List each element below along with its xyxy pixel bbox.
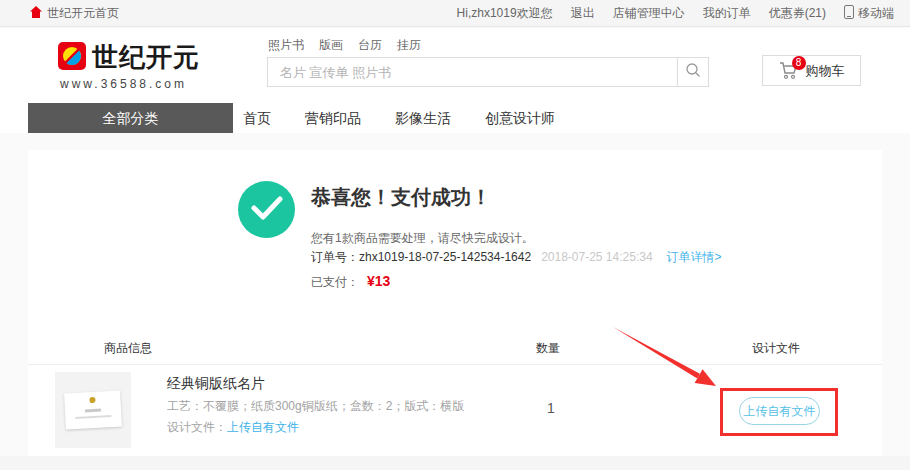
hot-link-desk-calendar[interactable]: 台历 xyxy=(358,37,382,54)
order-info-line: 订单号： zhx1019-18-07-25-142534-1642 2018-0… xyxy=(311,249,722,266)
mobile-link-label: 移动端 xyxy=(858,5,894,22)
design-file-label: 设计文件： xyxy=(167,420,227,434)
home-icon xyxy=(30,6,42,21)
cart-label: 购物车 xyxy=(806,62,845,80)
topbar-links: Hi,zhx1019欢迎您 退出 店铺管理中心 我的订单 优惠券(21) 移动端 xyxy=(457,5,894,22)
logo-url: www.36588.com xyxy=(58,77,200,91)
paid-amount: ¥13 xyxy=(367,273,390,289)
order-detail-link[interactable]: 订单详情> xyxy=(667,249,722,266)
product-thumbnail[interactable] xyxy=(55,372,131,448)
home-link-label: 世纪开元首页 xyxy=(47,5,119,22)
site-logo[interactable]: 世纪开元 www.36588.com xyxy=(58,40,200,91)
paid-info-line: 已支付： ¥13 xyxy=(311,273,390,291)
product-specs: 工艺：不覆膜；纸质300g铜版纸；盒数：2；版式：横版 xyxy=(167,398,464,415)
my-orders-link[interactable]: 我的订单 xyxy=(703,5,751,22)
hot-search-links: 照片书 版画 台历 挂历 xyxy=(268,37,421,54)
cart-count-badge: 8 xyxy=(792,56,806,70)
search-button[interactable] xyxy=(678,57,709,87)
search-bar xyxy=(267,57,709,87)
hot-link-print[interactable]: 版画 xyxy=(319,37,343,54)
cart-icon: 8 xyxy=(779,62,799,80)
hot-link-photobook[interactable]: 照片书 xyxy=(268,37,304,54)
search-icon xyxy=(685,62,701,82)
table-header-divider xyxy=(28,364,882,365)
product-title[interactable]: 经典铜版纸名片 xyxy=(167,375,265,393)
hot-link-wall-calendar[interactable]: 挂历 xyxy=(397,37,421,54)
mobile-link[interactable]: 移动端 xyxy=(844,5,894,22)
nav-item-photo-life[interactable]: 影像生活 xyxy=(395,103,451,133)
upload-own-file-link[interactable]: 上传自有文件 xyxy=(227,420,299,434)
payment-success-subtitle: 您有1款商品需要处理，请尽快完成设计。 xyxy=(311,230,534,247)
shop-manage-link[interactable]: 店铺管理中心 xyxy=(613,5,685,22)
payment-success-title: 恭喜您！支付成功！ xyxy=(311,184,491,211)
page-bottom-strip xyxy=(0,456,910,470)
upload-own-file-button[interactable]: 上传自有文件 xyxy=(739,397,820,425)
column-header-product-info: 商品信息 xyxy=(104,340,152,357)
home-link[interactable]: 世纪开元首页 xyxy=(30,5,119,22)
all-categories-button[interactable]: 全部分类 xyxy=(28,103,233,133)
paid-label: 已支付： xyxy=(311,274,359,291)
coupons-link[interactable]: 优惠券(21) xyxy=(769,5,826,22)
mobile-phone-icon xyxy=(844,5,854,22)
order-timestamp: 2018-07-25 14:25:34 xyxy=(541,250,652,264)
welcome-text: Hi,zhx1019欢迎您 xyxy=(457,5,553,22)
nav-item-home[interactable]: 首页 xyxy=(243,103,271,133)
header: 世纪开元 www.36588.com 照片书 版画 台历 挂历 8 购物车 xyxy=(0,28,910,103)
nav-links: 首页 营销印品 影像生活 创意设计师 xyxy=(243,103,555,133)
column-header-design-file: 设计文件 xyxy=(752,340,800,357)
logout-link[interactable]: 退出 xyxy=(571,5,595,22)
check-icon xyxy=(238,179,295,240)
nav-item-marketing-print[interactable]: 营销印品 xyxy=(305,103,361,133)
brand-logo-icon xyxy=(58,42,86,74)
design-file-line: 设计文件：上传自有文件 xyxy=(167,419,299,436)
success-check-badge xyxy=(238,181,295,238)
order-number-label: 订单号： xyxy=(311,249,359,266)
content-panel: 恭喜您！支付成功！ 您有1款商品需要处理，请尽快完成设计。 订单号： zhx10… xyxy=(28,150,882,456)
nav-item-designers[interactable]: 创意设计师 xyxy=(485,103,555,133)
topbar: 世纪开元首页 Hi,zhx1019欢迎您 退出 店铺管理中心 我的订单 优惠券(… xyxy=(0,0,910,27)
search-input[interactable] xyxy=(267,57,678,87)
main-nav: 全部分类 首页 营销印品 影像生活 创意设计师 xyxy=(0,103,910,133)
quantity-value: 1 xyxy=(547,400,555,416)
business-card-image xyxy=(64,391,122,430)
order-number-value: zhx1019-18-07-25-142534-1642 xyxy=(359,250,531,264)
cart-button[interactable]: 8 购物车 xyxy=(762,55,861,86)
column-header-quantity: 数量 xyxy=(536,340,560,357)
logo-text: 世纪开元 xyxy=(92,40,200,75)
